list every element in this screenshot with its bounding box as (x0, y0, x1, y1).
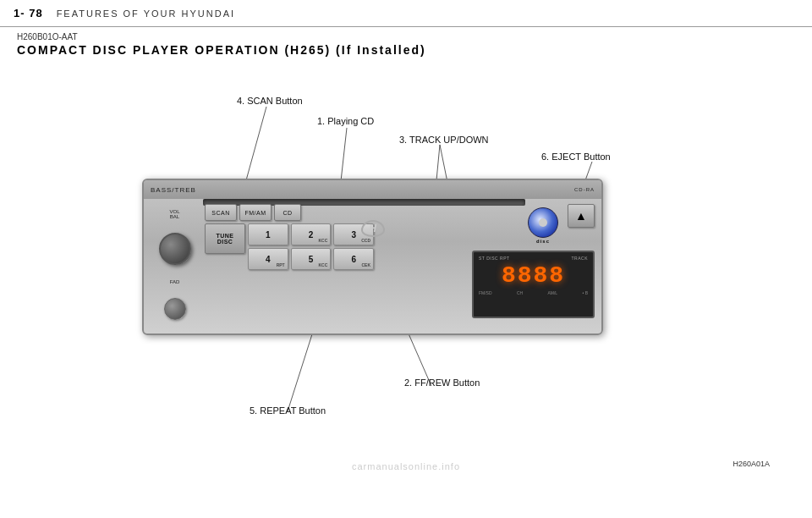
button-1[interactable]: 1 (248, 223, 288, 245)
callout-5: 5. REPEAT Button (250, 405, 326, 416)
track-label: TRACK (572, 256, 588, 261)
dot-b-label: • B (583, 290, 588, 295)
num-buttons-top: 1 2 KCC 3 CCD (248, 223, 374, 270)
fmam-button[interactable]: FM/AM (239, 204, 272, 221)
btn4-num: 4 (266, 255, 271, 264)
page-header: 1- 78 FEATURES OF YOUR HYUNDAI (0, 0, 812, 27)
chapter-number: 1- 78 (14, 7, 43, 19)
ch-label: CH (517, 290, 523, 295)
reference-code: H260B01O-AAT (17, 32, 795, 41)
btn5-sub: KCC (318, 262, 327, 267)
second-row: TUNE DISC 1 2 KCC (205, 223, 374, 270)
callout-2: 2. FF/REW Button (404, 377, 480, 388)
btn6-sub: CEK (361, 262, 370, 267)
eject-button[interactable]: ▲ (568, 204, 595, 228)
disc-icon (528, 207, 558, 238)
tune-label: TUNE (216, 233, 233, 239)
bass-treb-label: BASS/TREB (151, 186, 196, 194)
hyundai-h-emblem: H (361, 220, 385, 237)
page-content: H260B01O-AAT COMPACT DISC PLAYER OPERATI… (0, 27, 812, 475)
scan-button[interactable]: SCAN (205, 204, 237, 221)
lcd-digits: 8888 (479, 262, 588, 289)
disc-inner-circle (539, 218, 547, 227)
button-2[interactable]: 2 KCC (291, 223, 332, 245)
fad-label: FAD (170, 279, 180, 284)
top-strip: BASS/TREB CD-RA (144, 180, 601, 199)
aml-label: AM/L (547, 290, 557, 295)
left-panel: VOL BAL FAD (147, 199, 202, 330)
hyundai-logo: H (359, 218, 387, 239)
middle-panel: SCAN FM/AM CD TUNE DISC 1 (205, 204, 374, 330)
lcd-display: ST DISC RPT TRACK 8888 FM/SD CH AM/L • B (472, 251, 595, 318)
st-disc-rpt-label: ST DISC RPT (479, 256, 510, 261)
btn5-num: 5 (309, 255, 314, 264)
display-panel: disc ▲ ST DISC RPT TRACK 8888 FM/SD CH (472, 204, 595, 327)
disc-label: DISC (217, 239, 233, 245)
cd-ra-label: CD-RA (574, 187, 595, 192)
btn2-num: 2 (309, 230, 314, 240)
eject-icon: ▲ (575, 209, 587, 223)
callout-4: 4. SCAN Button (237, 96, 303, 106)
button-4[interactable]: 4 RPT (248, 248, 288, 270)
callout-6: 6. EJECT Button (541, 152, 611, 162)
btn3-num: 3 (351, 230, 356, 240)
radio-unit: BASS/TREB CD-RA VOL BAL FAD SCAN (142, 179, 603, 335)
volume-knob[interactable] (159, 233, 191, 265)
section-title: COMPACT DISC PLAYER OPERATION (H265) (If… (17, 43, 795, 57)
lcd-top-labels: ST DISC RPT TRACK (479, 256, 588, 261)
btn4-sub: RPT (277, 262, 285, 267)
button-5[interactable]: 5 KCC (291, 248, 332, 270)
btn1-num: 1 (266, 230, 271, 240)
btn6-num: 6 (351, 255, 356, 264)
disc-text-label: disc (536, 239, 550, 244)
callout-3: 3. TRACK UP/DOWN (399, 135, 489, 145)
top-button-row: SCAN FM/AM CD (205, 204, 374, 221)
fmsd-label: FM/SD (479, 290, 492, 295)
bal-label: BAL (170, 214, 179, 219)
header-title: FEATURES OF YOUR HYUNDAI (57, 8, 235, 19)
button-6[interactable]: 6 CEK (333, 248, 374, 270)
btn2-sub: KCC (318, 238, 327, 243)
footer-reference: H260A01A (732, 460, 770, 468)
callout-1: 1. Playing CD (317, 116, 374, 126)
cd-button[interactable]: CD (274, 204, 301, 221)
tune-disc-button[interactable]: TUNE DISC (205, 223, 245, 254)
balance-knob[interactable] (164, 298, 186, 320)
diagram-area: 4. SCAN Button 1. Playing CD 3. TRACK UP… (17, 60, 795, 475)
watermark: carmanualsonline.info (352, 461, 460, 471)
lcd-bottom-labels: FM/SD CH AM/L • B (479, 290, 588, 295)
disc-logo: disc (522, 204, 564, 246)
